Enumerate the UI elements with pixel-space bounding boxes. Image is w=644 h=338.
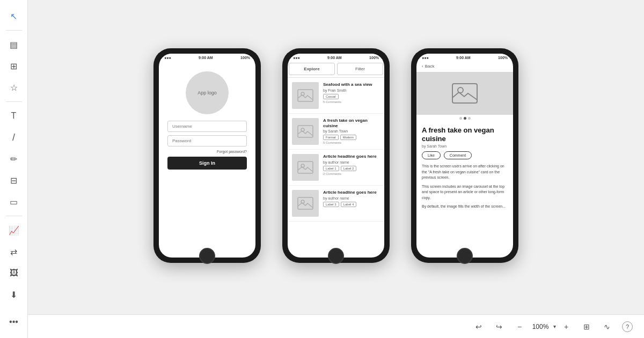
phone-list: ●●● 9:00 AM 100% Explore Filter	[282, 48, 390, 263]
back-label: Back	[425, 64, 435, 69]
like-button[interactable]: Like	[422, 151, 441, 159]
status-time-1: 9:00 AM	[199, 56, 213, 60]
article-tags-1: Casual	[323, 94, 380, 99]
svg-rect-8	[452, 84, 477, 103]
phone-home-button-1	[199, 248, 215, 264]
dot-1	[459, 117, 462, 120]
fit-button[interactable]: ⊞	[579, 319, 595, 335]
svg-rect-4	[298, 161, 313, 173]
help-icon: ?	[622, 321, 633, 332]
article-item-2[interactable]: A fresh take on vegan cuisine by Sarah T…	[288, 114, 384, 150]
sidebar-divider	[6, 30, 22, 31]
svg-rect-0	[298, 90, 313, 101]
status-battery-1: 100%	[240, 56, 250, 60]
pen-icon[interactable]: ✏	[4, 149, 24, 168]
article-item-1[interactable]: Seafood with a sea view by Fran Smith Ca…	[288, 78, 384, 114]
username-input[interactable]	[167, 121, 247, 132]
svg-rect-6	[298, 197, 313, 209]
chart-icon[interactable]: 📈	[4, 221, 24, 240]
zoom-plus-button[interactable]: +	[558, 319, 574, 335]
transform-icon[interactable]: ⇄	[4, 242, 24, 261]
undo-button[interactable]: ↩	[471, 319, 487, 335]
frame-icon[interactable]: ▭	[4, 192, 24, 211]
back-button[interactable]: ‹ Back	[416, 61, 513, 72]
redo-button[interactable]: ↪	[491, 319, 507, 335]
import-icon[interactable]: ⬇	[4, 285, 24, 304]
more-icon[interactable]: •••	[4, 312, 24, 332]
star-icon[interactable]: ☆	[4, 78, 24, 97]
undo-icon: ↩	[475, 322, 482, 331]
tag-modern: Modern	[340, 135, 356, 140]
article-list: Seafood with a sea view by Fran Smith Ca…	[288, 78, 384, 258]
phone-detail: ●●● 9:00 AM 100% ‹ Back	[411, 48, 518, 263]
status-time-2: 9:00 AM	[327, 56, 342, 60]
article-title-4: Article headline goes here	[323, 190, 380, 195]
phone-notch-2	[320, 48, 352, 54]
article-title-2: A fresh take on vegan cuisine	[323, 118, 380, 128]
article-author-1: by Fran Smith	[323, 89, 380, 92]
detail-actions: Like Comment	[422, 151, 508, 159]
detail-paragraph-3: By default, the image fills the width of…	[422, 204, 508, 210]
image-icon[interactable]: 🖼	[4, 263, 24, 283]
login-content: App logo Forgot password? Sign In	[159, 61, 255, 258]
cursor-icon[interactable]: ↖	[4, 6, 24, 26]
bottom-toolbar: ↩ ↪ − 100% ▾ + ⊞ ∿ ?	[28, 314, 644, 338]
fit-icon: ⊞	[583, 322, 590, 331]
status-time-3: 9:00 AM	[456, 56, 471, 60]
canvas: ●●● 9:00 AM 100% App logo Forgot passwor…	[28, 0, 644, 338]
line-icon[interactable]: /	[4, 128, 24, 147]
detail-content: ‹ Back A fresh take on vegan cui	[416, 61, 513, 258]
tab-explore[interactable]: Explore	[289, 63, 335, 75]
article-info-3: Article headline goes here by author nam…	[323, 154, 380, 181]
sidebar-divider-3	[6, 216, 22, 216]
article-thumb-1	[292, 82, 319, 109]
table-icon[interactable]: ⊟	[4, 171, 24, 190]
status-bar-3: ●●● 9:00 AM 100%	[416, 54, 513, 61]
detail-author: by Sarah Town	[422, 144, 508, 148]
phone-notch-3	[449, 48, 481, 54]
app-logo: App logo	[186, 71, 229, 114]
zoom-dropdown-icon: ▾	[553, 324, 556, 329]
layout-icon[interactable]: ▤	[4, 35, 24, 54]
plus-icon: +	[564, 322, 568, 331]
article-author-2: by Sarah Town	[323, 129, 380, 133]
sidebar-divider-2	[6, 101, 22, 102]
status-bar-2: ●●● 9:00 AM 100%	[288, 54, 384, 61]
redo-icon: ↪	[496, 322, 502, 331]
comment-button[interactable]: Comment	[444, 151, 472, 159]
phone-home-button-3	[457, 248, 473, 264]
status-signal-2: ●●●	[293, 56, 300, 60]
article-thumb-2	[292, 118, 319, 145]
back-arrow-icon: ‹	[422, 64, 423, 69]
article-author-3: by author name	[323, 160, 380, 164]
phone-screen-detail: ●●● 9:00 AM 100% ‹ Back	[416, 54, 513, 258]
article-comments-1: 5 Comments	[323, 100, 380, 104]
wave-button[interactable]: ∿	[599, 319, 615, 335]
tab-filter[interactable]: Filter	[337, 63, 383, 75]
article-item-3[interactable]: Article headline goes here by author nam…	[288, 150, 384, 186]
article-tags-4: Label 3 Label 4	[323, 202, 380, 207]
login-form: Forgot password? Sign In	[167, 121, 247, 170]
tag-label2: Label 2	[341, 166, 357, 171]
phone-screen-list: ●●● 9:00 AM 100% Explore Filter	[288, 54, 384, 258]
tab-bar: Explore Filter	[288, 61, 384, 78]
article-info-2: A fresh take on vegan cuisine by Sarah T…	[323, 118, 380, 145]
article-item-4[interactable]: Article headline goes here by author nam…	[288, 186, 384, 222]
password-input[interactable]	[167, 135, 247, 146]
sidebar: ↖ ▤ ⊞ ☆ T / ✏ ⊟ ▭ 📈 ⇄ 🖼 ⬇ •••	[0, 0, 28, 338]
help-button[interactable]: ?	[619, 319, 635, 335]
zoom-minus-button[interactable]: −	[511, 319, 528, 335]
article-thumb-3	[292, 154, 319, 181]
detail-image	[416, 72, 513, 115]
zoom-control: − 100% ▾ +	[511, 319, 574, 335]
detail-body: A fresh take on vegan cuisine by Sarah T…	[416, 122, 513, 258]
components-icon[interactable]: ⊞	[4, 56, 24, 76]
article-info-1: Seafood with a sea view by Fran Smith Ca…	[323, 82, 380, 109]
phone-home-button-2	[328, 248, 344, 264]
sign-in-button[interactable]: Sign In	[167, 157, 247, 170]
forgot-password-link[interactable]: Forgot password?	[167, 150, 247, 153]
minus-icon: −	[517, 322, 522, 331]
svg-rect-2	[298, 126, 313, 137]
text-icon[interactable]: T	[4, 106, 24, 126]
article-author-4: by author name	[323, 196, 380, 200]
